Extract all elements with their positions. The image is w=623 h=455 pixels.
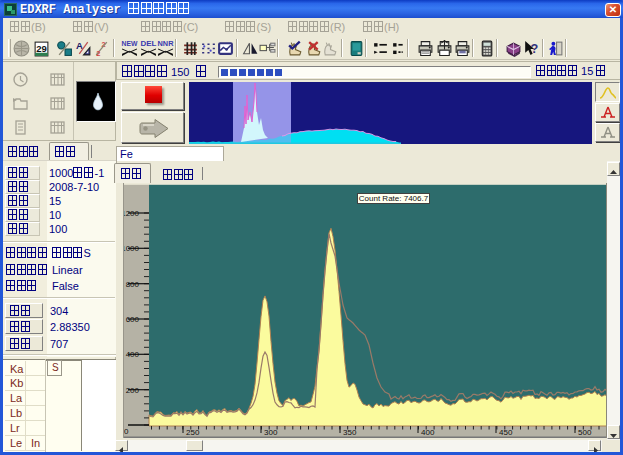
svg-text:1000: 1000 — [123, 244, 140, 253]
svg-text:400: 400 — [421, 428, 435, 437]
svg-text:450: 450 — [499, 428, 513, 437]
svg-text:A: A — [76, 40, 83, 51]
svg-text:300: 300 — [264, 428, 278, 437]
svg-text:1200: 1200 — [123, 209, 140, 218]
svg-text:29: 29 — [36, 43, 47, 54]
svg-text:0: 0 — [124, 427, 129, 436]
svg-text:NNR: NNR — [158, 40, 174, 47]
svg-text:NEW: NEW — [122, 40, 138, 47]
svg-text:800: 800 — [126, 280, 140, 289]
svg-text:500: 500 — [578, 428, 592, 437]
svg-text:600: 600 — [126, 315, 140, 324]
svg-text:200: 200 — [126, 386, 140, 395]
svg-text:DEL: DEL — [141, 40, 157, 47]
svg-text:2: 2 — [96, 49, 100, 57]
svg-text:250: 250 — [186, 428, 200, 437]
svg-text:400: 400 — [126, 350, 140, 359]
svg-text:350: 350 — [343, 428, 357, 437]
svg-text:?: ? — [531, 41, 539, 56]
